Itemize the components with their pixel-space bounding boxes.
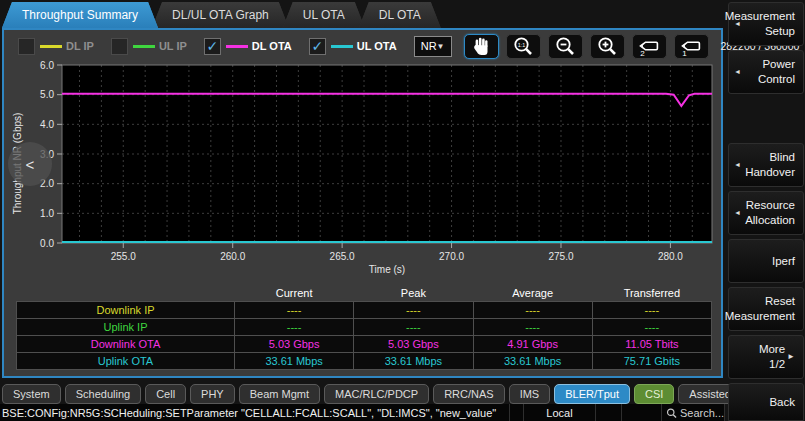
checkbox-dl-ota[interactable]: ✓ <box>204 38 221 55</box>
bottom-tab-csi[interactable]: CSI <box>634 384 674 404</box>
throughput-stats-table: CurrentPeakAverageTransferred Downlink I… <box>16 286 712 370</box>
zoom-out-button[interactable] <box>548 34 583 59</box>
softkey-label: Back <box>769 395 795 410</box>
table-header-peak: Peak <box>354 286 473 301</box>
table-cell: ---- <box>354 301 473 318</box>
bottom-tab-bler-tput[interactable]: BLER/Tput <box>554 384 630 404</box>
table-row-uplink-ota: Uplink OTA33.61 Mbps33.61 Mbps33.61 Mbps… <box>17 352 712 369</box>
bottom-tab-scheduling[interactable]: Scheduling <box>65 384 141 404</box>
status-bar: BSE:CONFig:NR5G:SCHeduling:SETParameter … <box>0 404 725 421</box>
tab-ul-ota[interactable]: UL OTA <box>283 2 365 28</box>
rat-select-value: NR <box>421 40 437 52</box>
app-window: Throughput SummaryDL/UL OTA GraphUL OTAD… <box>0 0 805 421</box>
series-color-swatch <box>331 45 353 48</box>
softkey-reset-measurement[interactable]: Reset Measurement <box>728 287 804 331</box>
table-cell: ---- <box>235 301 354 318</box>
marker-1-button[interactable]: 1 <box>674 34 709 59</box>
softkey-sidebar: ◄Measurement Setup◄Power Control◄Blind H… <box>727 0 805 421</box>
tab-dl-ota[interactable]: DL OTA <box>359 2 441 28</box>
legend-item-ul-ota: ✓UL OTA <box>309 38 397 55</box>
chevron-left-icon: < <box>26 156 35 173</box>
search-box[interactable]: Search... <box>661 404 725 421</box>
row-label: Uplink IP <box>17 318 235 335</box>
softkey-label: Resource Allocation <box>745 198 795 228</box>
rat-select-dropdown[interactable]: NR ▼ <box>414 36 452 57</box>
table-cell: ---- <box>592 301 711 318</box>
svg-text:Time (s): Time (s) <box>369 264 405 275</box>
bottom-tab-ims[interactable]: IMS <box>509 384 551 404</box>
bottom-tab-phy[interactable]: PHY <box>190 384 235 404</box>
svg-text:255.0: 255.0 <box>111 251 136 262</box>
search-icon <box>666 407 677 419</box>
checkbox-ul-ota[interactable]: ✓ <box>309 38 326 55</box>
status-cell-empty-2 <box>595 404 621 421</box>
bottom-tab-cell[interactable]: Cell <box>145 384 186 404</box>
bottom-tab-beam-mgmt[interactable]: Beam Mgmt <box>239 384 320 404</box>
softkey-label: Blind Handover <box>745 150 795 180</box>
legend-label: DL IP <box>66 40 94 52</box>
svg-text:1:1: 1:1 <box>518 42 526 48</box>
status-cell-empty-1 <box>509 404 523 421</box>
marker-2-icon: 2 <box>636 34 662 58</box>
softkey-iperf[interactable]: Iperf <box>728 239 804 283</box>
svg-text:6.0: 6.0 <box>40 60 54 71</box>
svg-text:5.0: 5.0 <box>40 89 54 100</box>
bottom-tab-strip: SystemSchedulingCellPHYBeam MgmtMAC/RLC/… <box>2 383 787 404</box>
throughput-chart[interactable]: Throughput NR (Gbps) 0.01.02.03.04.05.06… <box>4 60 721 282</box>
zoom-one-to-one-button[interactable]: 1:1 <box>506 34 541 59</box>
status-cell-empty-3 <box>621 404 661 421</box>
legend-label: UL IP <box>159 40 187 52</box>
bottom-tab-mac-rlc-pdcp[interactable]: MAC/RLC/PDCP <box>324 384 429 404</box>
bottom-tab-rrc-nas[interactable]: RRC/NAS <box>433 384 505 404</box>
softkey-resource-allocation[interactable]: ◄Resource Allocation <box>728 191 804 235</box>
tab-throughput-summary[interactable]: Throughput Summary <box>2 2 158 28</box>
legend-label: UL OTA <box>357 40 397 52</box>
tab-dl-ul-ota-graph[interactable]: DL/UL OTA Graph <box>152 2 289 28</box>
zoom-in-button[interactable] <box>590 34 625 59</box>
chart-toolbar: 1:1 2 1 <box>464 34 709 59</box>
table-row-downlink-ip: Downlink IP---------------- <box>17 301 712 318</box>
table-cell: ---- <box>592 318 711 335</box>
series-legend: DL IPUL IP✓DL OTA✓UL OTA <box>18 38 414 55</box>
svg-text:0.0: 0.0 <box>40 238 54 249</box>
table-cell: 4.91 Gbps <box>473 335 592 352</box>
table-cell: ---- <box>473 301 592 318</box>
pan-hand-icon <box>469 34 493 58</box>
arrow-left-icon: ◄ <box>734 208 741 217</box>
table-cell: ---- <box>235 318 354 335</box>
checkbox-dl-ip[interactable] <box>18 38 35 55</box>
svg-text:270.0: 270.0 <box>439 251 464 262</box>
softkey-blind-handover[interactable]: ◄Blind Handover <box>728 143 804 187</box>
table-cell: 5.03 Gbps <box>354 335 473 352</box>
table-header-current: Current <box>235 286 354 301</box>
softkey-measurement-setup[interactable]: ◄Measurement Setup <box>728 2 804 46</box>
zoom-one-to-one-icon: 1:1 <box>511 34 535 58</box>
marker-1-icon: 1 <box>678 34 704 58</box>
softkey-power-control[interactable]: ◄Power Control <box>728 50 804 94</box>
row-label: Uplink OTA <box>17 352 235 369</box>
softkey-label: More 1/2 <box>743 342 785 372</box>
softkey-label: Reset Measurement <box>725 294 795 324</box>
arrow-right-icon: ► <box>787 352 795 362</box>
svg-text:265.0: 265.0 <box>330 251 355 262</box>
collapse-panel-button[interactable]: < <box>8 142 52 186</box>
bottom-tab-system[interactable]: System <box>2 384 61 404</box>
arrow-left-icon: ◄ <box>734 160 741 169</box>
remote-command-text: BSE:CONFig:NR5G:SCHeduling:SETParameter … <box>0 407 509 419</box>
table-header-blank <box>17 286 235 301</box>
legend-item-dl-ota: ✓DL OTA <box>204 38 292 55</box>
chart-plot-area[interactable]: 0.01.02.03.04.05.06.0255.0260.0265.0270.… <box>4 60 721 282</box>
checkbox-ul-ip[interactable] <box>111 38 128 55</box>
search-label: Search... <box>680 407 724 419</box>
svg-text:280.0: 280.0 <box>658 251 683 262</box>
softkey-more-1-2[interactable]: More 1/2► <box>728 335 804 379</box>
table-cell: ---- <box>473 318 592 335</box>
svg-text:1.0: 1.0 <box>40 208 54 219</box>
marker-2-button[interactable]: 2 <box>632 34 667 59</box>
sidebar-spacer <box>727 98 805 139</box>
softkey-back[interactable]: Back <box>728 383 804 421</box>
softkey-label: Power Control <box>758 57 795 87</box>
svg-text:4.0: 4.0 <box>40 119 54 130</box>
legend-item-dl-ip: DL IP <box>18 38 94 55</box>
pan-hand-button[interactable] <box>464 34 499 59</box>
